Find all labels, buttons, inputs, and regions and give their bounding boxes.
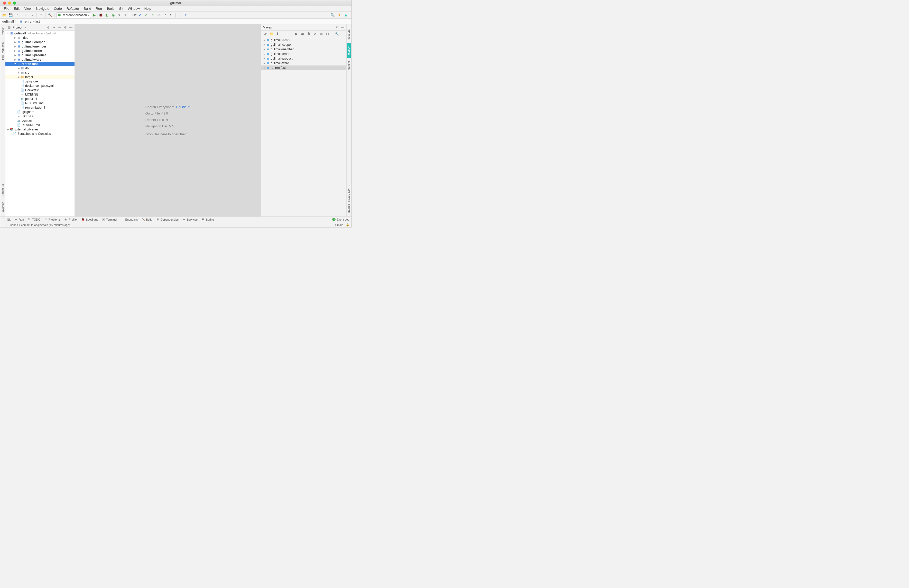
close-window-button[interactable] <box>3 2 6 5</box>
debug-icon[interactable]: 🐞 <box>98 13 103 18</box>
bb-services[interactable]: ◆Services <box>182 218 197 221</box>
run-maven-icon[interactable]: ▶ <box>294 32 299 36</box>
maven-item-renren-fast[interactable]: ▶renren-fast <box>261 65 346 70</box>
menu-view[interactable]: View <box>22 6 33 11</box>
run-configuration-selector[interactable]: ⬢ RenrenApplication ▾ <box>56 12 91 18</box>
breadcrumb-current[interactable]: renren-fast <box>24 20 40 23</box>
add-maven-icon[interactable]: ＋ <box>285 32 289 36</box>
menu-window[interactable]: Window <box>126 6 142 11</box>
ide-services2-icon[interactable]: ⊘ <box>184 13 189 18</box>
collapse-all-icon[interactable]: ⇤ <box>58 26 61 29</box>
profile-icon[interactable]: ◉ <box>110 13 116 18</box>
maven-item-gulimall-coupon[interactable]: ▶gulimall-coupon <box>261 42 346 47</box>
menu-refactor[interactable]: Refactor <box>65 6 81 11</box>
maven-item-gulimall-order[interactable]: ▶gulimall-order <box>261 52 346 56</box>
codota-triangle-icon[interactable] <box>343 13 348 18</box>
menu-run[interactable]: Run <box>94 6 104 11</box>
breadcrumb-root[interactable]: gulimall <box>2 20 14 23</box>
ide-update-icon[interactable]: ⬆ <box>336 13 342 18</box>
project-panel-title[interactable]: Project <box>13 26 22 29</box>
tree-item-gulimall-product[interactable]: ▶▦gulimall-product <box>5 53 74 57</box>
bb-spring[interactable]: ⬢Spring <box>201 218 214 221</box>
menu-code[interactable]: Code <box>52 6 64 11</box>
tree-item-renren-fast[interactable]: ▼▦renren-fast <box>5 61 74 66</box>
generate-sources-icon[interactable]: 📁 <box>269 32 273 36</box>
project-tree[interactable]: ▼ ▦ gulimall ~/IdeaProjects/gulimall ▶▦.… <box>5 31 74 216</box>
tree-item-license[interactable]: ≡LICENSE <box>5 92 74 97</box>
bb-todo[interactable]: ☑TODO <box>27 218 40 221</box>
add-config-icon[interactable]: ⊕ <box>38 13 44 18</box>
git-commit-icon[interactable]: ✓ <box>144 13 149 18</box>
menu-help[interactable]: Help <box>142 6 154 11</box>
maven-tree[interactable]: ▶gulimall(root)▶gulimall-coupon▶gulimall… <box>261 37 346 216</box>
maven-item-gulimall[interactable]: ▶gulimall(root) <box>261 38 346 42</box>
status-branch[interactable]: ᛘ main <box>335 223 343 226</box>
git-history-icon[interactable]: ↙ <box>156 13 161 18</box>
maven-item-gulimall-product[interactable]: ▶gulimall-product <box>261 56 346 61</box>
bb-dependencies[interactable]: ⊞Dependencies <box>156 218 179 221</box>
strip-favorites[interactable]: Favorites <box>1 199 5 216</box>
tree-item-license[interactable]: ≡LICENSE <box>5 114 74 118</box>
tree-item-readme-md[interactable]: 📄README.md <box>5 123 74 127</box>
maven-item-gulimall-ware[interactable]: ▶gulimall-ware <box>261 61 346 65</box>
git-update-icon[interactable]: ✓ <box>138 13 143 18</box>
expand-all-icon[interactable]: ⇥ <box>52 26 56 29</box>
tree-item--idea[interactable]: ▶▦.idea <box>5 36 74 40</box>
maven-item-gulimall-member[interactable]: ▶gulimall-member <box>261 47 346 52</box>
tree-item-docker-compose-yml[interactable]: 📄docker-compose.yml <box>5 84 74 88</box>
tree-item-pom-xml[interactable]: mpom.xml <box>5 118 74 123</box>
bb-profiler[interactable]: ◉Profiler <box>64 218 78 221</box>
show-deps-icon[interactable]: ⇉ <box>319 32 323 36</box>
tree-external-libraries[interactable]: ▶ 📚 External Libraries <box>5 127 74 131</box>
tree-item-pom-xml[interactable]: mpom.xml <box>5 97 74 101</box>
hide-panel-icon[interactable]: — <box>69 26 73 29</box>
sync-icon[interactable]: ⟳ <box>14 13 19 18</box>
strip-bpmn[interactable]: BPMN-Activiti-Diagram <box>347 181 351 216</box>
search-icon[interactable]: 🔍 <box>330 13 335 18</box>
bb-run[interactable]: ▶Run <box>14 218 24 221</box>
gear-icon[interactable]: ⚙ <box>63 26 67 29</box>
project-dropdown-icon[interactable]: ▾ <box>24 26 28 29</box>
bb-endpoints[interactable]: ⇄Endpoints <box>120 218 138 221</box>
strip-maven[interactable]: Maven <box>347 58 351 73</box>
menu-build[interactable]: Build <box>82 6 93 11</box>
status-square-icon[interactable]: ▢ <box>2 223 6 227</box>
download-icon[interactable]: ⬇ <box>275 32 280 36</box>
tree-root[interactable]: ▼ ▦ gulimall ~/IdeaProjects/gulimall <box>5 31 74 36</box>
tree-item-gulimall-order[interactable]: ▶▦gulimall-order <box>5 48 74 53</box>
bb-problems[interactable]: ⚠Problems <box>44 218 60 221</box>
bb-git[interactable]: ᛘGit <box>2 218 11 221</box>
bb-build[interactable]: 🔨Build <box>141 218 152 221</box>
project-view-icon[interactable]: ▦ <box>7 26 11 29</box>
tree-item--gitignore[interactable]: 📄.gitignore <box>5 110 74 114</box>
strip-codota[interactable]: Codota <box>347 43 351 58</box>
coverage-icon[interactable]: ◧ <box>104 13 110 18</box>
tree-item-dockerfile[interactable]: 📄Dockerfile <box>5 88 74 92</box>
attach-dropdown-icon[interactable]: ▾ <box>116 13 122 18</box>
back-icon[interactable]: ← <box>23 13 28 18</box>
maven-settings-icon[interactable]: 🔧 <box>335 32 339 36</box>
menu-file[interactable]: File <box>2 6 11 11</box>
strip-structure[interactable]: Structure <box>1 181 5 199</box>
reload-icon[interactable]: ⟳ <box>263 32 267 36</box>
toggle-offline-icon[interactable]: ⇅ <box>307 32 311 36</box>
ide-services1-icon[interactable]: ⊞ <box>178 13 183 18</box>
build-hammer-icon[interactable]: 🔨 <box>47 13 52 18</box>
tree-scratches[interactable]: 📄 Scratches and Consoles <box>5 131 74 136</box>
toggle-skip-tests-icon[interactable]: ⊘ <box>313 32 317 36</box>
tree-item--gitignore[interactable]: 📄.gitignore <box>5 79 74 84</box>
save-icon[interactable]: 💾 <box>8 13 13 18</box>
lock-icon[interactable]: 🔒 <box>346 223 349 227</box>
minimize-window-button[interactable] <box>8 2 11 5</box>
collapse-icon[interactable]: ⊟ <box>325 32 330 36</box>
tree-item-gulimall-coupon[interactable]: ▶▦gulimall-coupon <box>5 40 74 44</box>
open-file-icon[interactable]: 📂 <box>2 13 7 18</box>
execute-goal-icon[interactable]: m <box>300 32 305 36</box>
menu-navigate[interactable]: Navigate <box>34 6 51 11</box>
git-rollback-icon[interactable]: ↶ <box>168 13 174 18</box>
menu-git[interactable]: Git <box>117 6 125 11</box>
run-icon[interactable]: ▶ <box>92 13 97 18</box>
bb-terminal[interactable]: ▣Terminal <box>102 218 117 221</box>
forward-icon[interactable]: → <box>29 13 34 18</box>
strip-database[interactable]: Database <box>347 24 351 43</box>
